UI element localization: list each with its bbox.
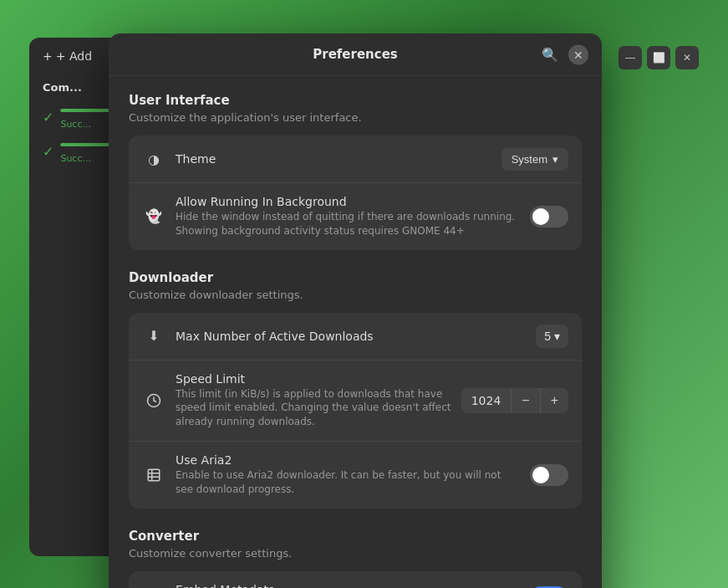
aria2-toggle[interactable] xyxy=(530,464,568,486)
speed-stepper: 1024 − + xyxy=(461,388,568,413)
background-icon: 👻 xyxy=(142,205,165,228)
speed-limit-label: Speed Limit xyxy=(176,372,451,386)
theme-control[interactable]: System ▾ xyxy=(501,148,568,171)
converter-subtitle: Customize converter settings. xyxy=(129,547,582,560)
background-control xyxy=(530,206,568,228)
bg-check-2: ✓ xyxy=(43,144,53,160)
bg-add-label: + Add xyxy=(56,49,92,63)
plus-icon: + xyxy=(43,49,53,63)
aria2-label: Use Aria2 xyxy=(176,453,520,467)
dialog-container: Preferences 🔍 ✕ User Interface Customize… xyxy=(109,33,602,588)
theme-row: ◑ Theme System ▾ xyxy=(129,135,582,183)
dialog-title: Preferences xyxy=(313,47,398,62)
dialog-controls: 🔍 ✕ xyxy=(538,43,588,66)
search-button[interactable]: 🔍 xyxy=(538,43,562,66)
max-downloads-content: Max Number of Active Downloads xyxy=(176,330,526,343)
max-downloads-icon: ⬇ xyxy=(142,325,165,348)
converter-card: Embed Metadata If checked, video metadat… xyxy=(129,571,582,588)
converter-section-header: Converter Customize converter settings. xyxy=(129,529,582,560)
close-icon: ✕ xyxy=(573,48,583,61)
user-interface-title: User Interface xyxy=(129,93,582,108)
user-interface-card: ◑ Theme System ▾ 👻 Allow Runn xyxy=(129,135,582,250)
theme-content: Theme xyxy=(176,152,491,166)
bg-minimize-button[interactable]: — xyxy=(619,46,642,69)
embed-metadata-label: Embed Metadata xyxy=(176,583,520,588)
aria2-icon xyxy=(142,463,165,487)
theme-icon: ◑ xyxy=(142,147,165,171)
speed-value: 1024 xyxy=(461,389,512,412)
bg-check-1: ✓ xyxy=(43,110,53,125)
aria2-content: Use Aria2 Enable to use Aria2 downloader… xyxy=(176,453,520,497)
background-label: Allow Running In Background xyxy=(176,195,520,208)
embed-metadata-content: Embed Metadata If checked, video metadat… xyxy=(176,583,520,588)
speed-decrease-button[interactable]: − xyxy=(512,388,540,413)
max-downloads-row: ⬇ Max Number of Active Downloads 5 ▾ xyxy=(129,313,582,360)
downloader-card: ⬇ Max Number of Active Downloads 5 ▾ xyxy=(129,313,582,509)
background-content: Allow Running In Background Hide the win… xyxy=(176,195,520,238)
bg-window-controls: — ⬜ ✕ xyxy=(619,46,699,69)
user-interface-subtitle: Customize the application's user interfa… xyxy=(129,111,582,124)
downloader-subtitle: Customize downloader settings. xyxy=(129,289,582,301)
preferences-dialog: Preferences 🔍 ✕ User Interface Customize… xyxy=(109,33,602,569)
speed-limit-row: Speed Limit This limit (in KiB/s) is app… xyxy=(129,360,582,442)
minus-icon: − xyxy=(522,393,529,407)
search-icon: 🔍 xyxy=(542,48,558,62)
background-toggle[interactable] xyxy=(530,206,568,228)
speed-limit-control: 1024 − + xyxy=(461,388,568,413)
svg-rect-1 xyxy=(148,469,160,481)
max-downloads-control[interactable]: 5 ▾ xyxy=(536,325,568,348)
aria2-row: Use Aria2 Enable to use Aria2 downloader… xyxy=(129,442,582,509)
speed-limit-icon xyxy=(142,389,165,412)
bg-add-button[interactable]: + + Add xyxy=(43,49,92,63)
speed-limit-desc: This limit (in KiB/s) is applied to down… xyxy=(176,387,451,429)
bg-close-button[interactable]: ✕ xyxy=(675,46,699,69)
max-downloads-arrow: ▾ xyxy=(554,330,560,343)
plus-icon: + xyxy=(551,393,558,407)
max-downloads-dropdown[interactable]: 5 ▾ xyxy=(536,325,568,348)
background-desc: Hide the window instead of quitting if t… xyxy=(176,210,520,238)
embed-metadata-row: Embed Metadata If checked, video metadat… xyxy=(129,571,582,588)
aria2-desc: Enable to use Aria2 downloader. It can b… xyxy=(176,468,520,497)
theme-dropdown-arrow: ▾ xyxy=(552,153,558,166)
bg-maximize-button[interactable]: ⬜ xyxy=(647,46,670,69)
theme-label: Theme xyxy=(176,152,491,166)
dialog-close-button[interactable]: ✕ xyxy=(568,44,588,64)
max-downloads-label: Max Number of Active Downloads xyxy=(176,330,526,343)
theme-dropdown[interactable]: System ▾ xyxy=(501,148,568,171)
speed-limit-content: Speed Limit This limit (in KiB/s) is app… xyxy=(176,372,451,429)
converter-title: Converter xyxy=(129,529,582,544)
downloader-section-header: Downloader Customize downloader settings… xyxy=(129,270,582,301)
theme-value: System xyxy=(512,153,547,166)
dialog-titlebar: Preferences 🔍 ✕ xyxy=(109,33,602,76)
background-row: 👻 Allow Running In Background Hide the w… xyxy=(129,183,582,250)
max-downloads-value: 5 xyxy=(544,330,551,343)
downloader-title: Downloader xyxy=(129,270,582,285)
dialog-body: User Interface Customize the application… xyxy=(109,76,602,588)
speed-increase-button[interactable]: + xyxy=(541,388,568,413)
user-interface-section-header: User Interface Customize the application… xyxy=(129,93,582,124)
aria2-control xyxy=(530,464,568,486)
